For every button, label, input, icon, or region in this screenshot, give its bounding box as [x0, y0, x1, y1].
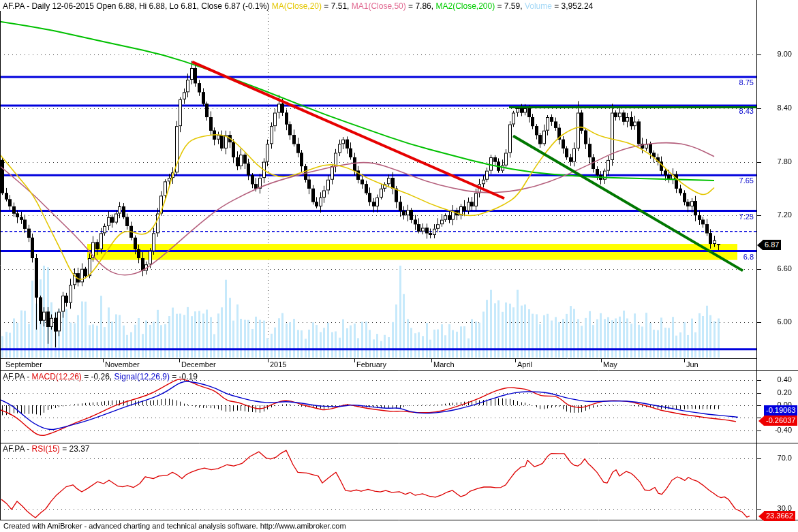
main-title-segment: MA(Close,20) — [272, 1, 322, 11]
level-price-label: 7.65 — [713, 176, 754, 185]
level-price-label: 8.75 — [713, 78, 754, 87]
month-label: March — [433, 360, 455, 369]
rsi-value-badge-arrow-icon — [758, 512, 764, 521]
last-price-badge-value: 6.87 — [763, 240, 781, 250]
month-label: May — [603, 360, 617, 369]
rsi-value-badge-value: 23.3662 — [764, 511, 795, 521]
price-axis-label: 6.00 — [762, 317, 792, 326]
main-chart-title: AF.PA - Daily 12-06-2015 Open 6.88, Hi 6… — [3, 1, 593, 11]
macd-axis-label: 0.20 — [762, 388, 792, 396]
amibroker-chart-window: AF.PA - Daily 12-06-2015 Open 6.88, Hi 6… — [0, 0, 798, 532]
macd-axis-label: -0.40 — [762, 426, 792, 434]
price-axis-label: 7.80 — [762, 157, 792, 166]
signal-value-badge: -0.19063 — [764, 405, 797, 416]
price-axis-label: 6.60 — [762, 264, 792, 272]
rsi-panel-title: AF.PA - RSI(15) = 23.37 — [3, 444, 90, 454]
main-title-segment: AF.PA - Daily 12-06-2015 Open 6.88, Hi 6… — [3, 1, 272, 11]
macd-axis-label: 0.40 — [762, 375, 792, 384]
price-axis-label: 7.20 — [762, 210, 792, 219]
macd-value-badge-arrow-icon — [758, 416, 764, 426]
macd-title-segment: Signal(12,26,9) — [114, 372, 170, 381]
macd-title-segment: MACD(12,26) — [31, 372, 81, 381]
main-title-segment: MA2(Close,200) — [435, 1, 495, 11]
main-title-segment: = 7.51, — [322, 1, 352, 11]
rsi-title-segment: AF.PA - — [3, 444, 31, 454]
level-price-label: 7.25 — [713, 213, 754, 221]
level-price-label: 6.8 — [713, 253, 754, 261]
level-price-label: 8.43 — [713, 107, 754, 115]
rsi-value-badge: 23.3662 — [758, 511, 795, 521]
chart-canvas[interactable] — [0, 0, 798, 532]
main-title-segment: Volume — [525, 1, 552, 11]
macd-value-badge-value: -0.26037 — [764, 416, 797, 426]
macd-value-badge: -0.26037 — [758, 416, 797, 426]
month-label: September — [5, 360, 42, 369]
month-label: February — [356, 360, 386, 369]
main-title-segment: = 3,952.24 — [552, 1, 593, 11]
month-label: 2015 — [270, 360, 286, 369]
month-label: April — [517, 360, 532, 369]
main-title-segment: = 7.86, — [406, 1, 436, 11]
macd-title-segment: = -0.19 — [170, 372, 198, 381]
price-axis-label: 8.40 — [762, 104, 792, 112]
macd-panel-title: AF.PA - MACD(12,26) = -0.26, Signal(12,2… — [3, 372, 198, 381]
rsi-axis-label: 70.0 — [762, 454, 792, 462]
rsi-title-segment: = 23.37 — [60, 444, 90, 454]
price-axis-label: 9.00 — [762, 50, 792, 58]
month-label: Jun — [686, 360, 699, 369]
main-title-segment: MA1(Close,50) — [352, 1, 406, 11]
main-title-segment: = 7.59, — [495, 1, 525, 11]
macd-title-segment: = -0.26, — [82, 372, 114, 381]
last-price-badge-arrow-icon — [757, 240, 763, 250]
rsi-title-segment: RSI(15) — [31, 444, 59, 454]
month-label: December — [181, 360, 216, 369]
macd-title-segment: AF.PA - — [3, 372, 31, 381]
signal-value-badge-value: -0.19063 — [764, 405, 797, 416]
last-price-badge: 6.87 — [757, 240, 781, 250]
month-label: November — [105, 360, 140, 369]
footer-credit: Created with AmiBroker - advanced charti… — [3, 522, 346, 530]
